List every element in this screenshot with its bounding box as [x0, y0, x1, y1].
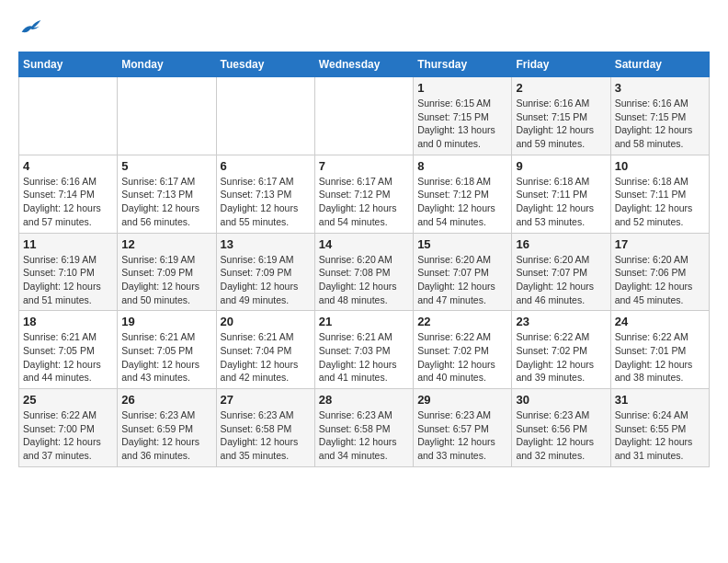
day-number: 20 [221, 315, 311, 328]
calendar-cell: 29Sunrise: 6:23 AM Sunset: 6:57 PM Dayli… [414, 389, 512, 467]
day-number: 14 [319, 237, 409, 251]
column-header-friday: Friday [512, 52, 610, 77]
day-info: Sunrise: 6:19 AM Sunset: 7:09 PM Dayligh… [121, 253, 211, 307]
day-info: Sunrise: 6:21 AM Sunset: 7:04 PM Dayligh… [221, 330, 311, 385]
calendar-cell: 24Sunrise: 6:22 AM Sunset: 7:01 PM Dayli… [610, 311, 709, 389]
calendar-week-row: 1Sunrise: 6:15 AM Sunset: 7:15 PM Daylig… [19, 77, 710, 155]
day-number: 10 [615, 159, 705, 173]
day-info: Sunrise: 6:23 AM Sunset: 6:58 PM Dayligh… [319, 408, 409, 463]
calendar-cell: 3Sunrise: 6:16 AM Sunset: 7:15 PM Daylig… [610, 77, 709, 155]
day-number: 25 [23, 393, 113, 407]
calendar-cell: 5Sunrise: 6:17 AM Sunset: 7:13 PM Daylig… [118, 155, 216, 233]
calendar-week-row: 11Sunrise: 6:19 AM Sunset: 7:10 PM Dayli… [19, 233, 710, 311]
day-number: 16 [516, 237, 606, 251]
calendar-cell [314, 77, 413, 155]
day-number: 3 [615, 81, 705, 95]
calendar-cell: 10Sunrise: 6:18 AM Sunset: 7:11 PM Dayli… [610, 155, 709, 233]
day-info: Sunrise: 6:20 AM Sunset: 7:06 PM Dayligh… [615, 253, 705, 307]
calendar-cell: 22Sunrise: 6:22 AM Sunset: 7:02 PM Dayli… [414, 311, 512, 389]
day-number: 31 [615, 393, 705, 407]
calendar-cell: 31Sunrise: 6:24 AM Sunset: 6:55 PM Dayli… [610, 389, 709, 467]
calendar-cell: 19Sunrise: 6:21 AM Sunset: 7:05 PM Dayli… [118, 311, 216, 389]
day-number: 30 [516, 393, 606, 407]
day-number: 24 [615, 315, 705, 328]
day-number: 19 [121, 315, 211, 328]
day-info: Sunrise: 6:23 AM Sunset: 6:57 PM Dayligh… [417, 408, 507, 463]
day-number: 1 [417, 81, 507, 95]
calendar-cell: 25Sunrise: 6:22 AM Sunset: 7:00 PM Dayli… [19, 389, 118, 467]
calendar-cell: 15Sunrise: 6:20 AM Sunset: 7:07 PM Dayli… [414, 233, 512, 311]
calendar-week-row: 4Sunrise: 6:16 AM Sunset: 7:14 PM Daylig… [19, 155, 710, 233]
day-info: Sunrise: 6:16 AM Sunset: 7:14 PM Dayligh… [23, 175, 113, 229]
calendar-cell: 9Sunrise: 6:18 AM Sunset: 7:11 PM Daylig… [512, 155, 610, 233]
calendar-cell [216, 77, 314, 155]
calendar-cell: 1Sunrise: 6:15 AM Sunset: 7:15 PM Daylig… [414, 77, 512, 155]
calendar-cell: 17Sunrise: 6:20 AM Sunset: 7:06 PM Dayli… [610, 233, 709, 311]
day-info: Sunrise: 6:20 AM Sunset: 7:08 PM Dayligh… [319, 253, 409, 307]
column-header-thursday: Thursday [414, 52, 512, 77]
calendar-header-row: SundayMondayTuesdayWednesdayThursdayFrid… [19, 52, 710, 77]
day-info: Sunrise: 6:22 AM Sunset: 7:02 PM Dayligh… [417, 330, 507, 385]
day-info: Sunrise: 6:22 AM Sunset: 7:02 PM Dayligh… [516, 330, 606, 385]
day-number: 23 [516, 315, 606, 328]
day-number: 17 [615, 237, 705, 251]
calendar-cell: 6Sunrise: 6:17 AM Sunset: 7:13 PM Daylig… [216, 155, 314, 233]
day-info: Sunrise: 6:18 AM Sunset: 7:11 PM Dayligh… [615, 175, 705, 229]
logo-bird-icon [20, 18, 42, 37]
day-info: Sunrise: 6:21 AM Sunset: 7:05 PM Dayligh… [121, 330, 211, 385]
column-header-tuesday: Tuesday [216, 52, 314, 77]
calendar-table: SundayMondayTuesdayWednesdayThursdayFrid… [18, 52, 710, 467]
day-info: Sunrise: 6:23 AM Sunset: 6:56 PM Dayligh… [516, 408, 606, 463]
calendar-cell: 14Sunrise: 6:20 AM Sunset: 7:08 PM Dayli… [314, 233, 413, 311]
day-number: 18 [23, 315, 113, 328]
day-number: 21 [319, 315, 409, 328]
column-header-monday: Monday [118, 52, 216, 77]
calendar-cell [118, 77, 216, 155]
day-info: Sunrise: 6:22 AM Sunset: 7:00 PM Dayligh… [23, 408, 113, 463]
calendar-week-row: 18Sunrise: 6:21 AM Sunset: 7:05 PM Dayli… [19, 311, 710, 389]
column-header-saturday: Saturday [610, 52, 709, 77]
calendar-cell: 21Sunrise: 6:21 AM Sunset: 7:03 PM Dayli… [314, 311, 413, 389]
calendar-cell: 30Sunrise: 6:23 AM Sunset: 6:56 PM Dayli… [512, 389, 610, 467]
day-number: 28 [319, 393, 409, 407]
day-number: 29 [417, 393, 507, 407]
day-number: 4 [23, 159, 113, 173]
day-number: 7 [319, 159, 409, 173]
day-info: Sunrise: 6:16 AM Sunset: 7:15 PM Dayligh… [615, 97, 705, 151]
day-number: 2 [516, 81, 606, 95]
day-info: Sunrise: 6:17 AM Sunset: 7:13 PM Dayligh… [121, 175, 211, 229]
calendar-cell: 26Sunrise: 6:23 AM Sunset: 6:59 PM Dayli… [118, 389, 216, 467]
column-header-wednesday: Wednesday [314, 52, 413, 77]
day-info: Sunrise: 6:20 AM Sunset: 7:07 PM Dayligh… [417, 253, 507, 307]
calendar-cell: 27Sunrise: 6:23 AM Sunset: 6:58 PM Dayli… [216, 389, 314, 467]
day-number: 5 [121, 159, 211, 173]
calendar-cell: 4Sunrise: 6:16 AM Sunset: 7:14 PM Daylig… [19, 155, 118, 233]
calendar-cell: 2Sunrise: 6:16 AM Sunset: 7:15 PM Daylig… [512, 77, 610, 155]
day-info: Sunrise: 6:15 AM Sunset: 7:15 PM Dayligh… [417, 97, 507, 151]
day-info: Sunrise: 6:19 AM Sunset: 7:10 PM Dayligh… [23, 253, 113, 307]
calendar-cell: 23Sunrise: 6:22 AM Sunset: 7:02 PM Dayli… [512, 311, 610, 389]
calendar-cell: 13Sunrise: 6:19 AM Sunset: 7:09 PM Dayli… [216, 233, 314, 311]
day-info: Sunrise: 6:21 AM Sunset: 7:05 PM Dayligh… [23, 330, 113, 385]
page-header [18, 18, 710, 37]
day-info: Sunrise: 6:23 AM Sunset: 6:58 PM Dayligh… [221, 408, 311, 463]
calendar-cell: 20Sunrise: 6:21 AM Sunset: 7:04 PM Dayli… [216, 311, 314, 389]
day-number: 26 [121, 393, 211, 407]
calendar-cell: 28Sunrise: 6:23 AM Sunset: 6:58 PM Dayli… [314, 389, 413, 467]
day-number: 6 [221, 159, 311, 173]
day-info: Sunrise: 6:19 AM Sunset: 7:09 PM Dayligh… [221, 253, 311, 307]
day-number: 13 [221, 237, 311, 251]
calendar-cell: 16Sunrise: 6:20 AM Sunset: 7:07 PM Dayli… [512, 233, 610, 311]
day-number: 22 [417, 315, 507, 328]
day-info: Sunrise: 6:17 AM Sunset: 7:13 PM Dayligh… [221, 175, 311, 229]
day-info: Sunrise: 6:18 AM Sunset: 7:11 PM Dayligh… [516, 175, 606, 229]
day-info: Sunrise: 6:21 AM Sunset: 7:03 PM Dayligh… [319, 330, 409, 385]
day-info: Sunrise: 6:20 AM Sunset: 7:07 PM Dayligh… [516, 253, 606, 307]
calendar-cell: 8Sunrise: 6:18 AM Sunset: 7:12 PM Daylig… [414, 155, 512, 233]
calendar-cell [19, 77, 118, 155]
day-number: 27 [221, 393, 311, 407]
day-number: 12 [121, 237, 211, 251]
calendar-cell: 18Sunrise: 6:21 AM Sunset: 7:05 PM Dayli… [19, 311, 118, 389]
calendar-cell: 11Sunrise: 6:19 AM Sunset: 7:10 PM Dayli… [19, 233, 118, 311]
calendar-week-row: 25Sunrise: 6:22 AM Sunset: 7:00 PM Dayli… [19, 389, 710, 467]
